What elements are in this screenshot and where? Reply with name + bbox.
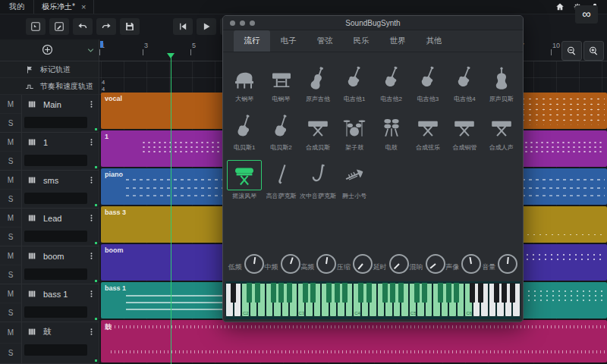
instrument-cell[interactable]: 电吉他3	[410, 63, 446, 103]
track-menu-icon[interactable]	[87, 137, 96, 147]
track-menu-icon[interactable]	[87, 175, 96, 185]
instrument-cell[interactable]: 大钢琴	[226, 63, 263, 103]
piano-key-black[interactable]	[358, 283, 363, 303]
knob-dial[interactable]	[316, 254, 336, 274]
instrument-cell[interactable]: 电吉他1	[336, 63, 373, 103]
knob-control[interactable]: 声像	[445, 254, 481, 274]
zoom-out-button[interactable]	[561, 41, 582, 61]
track-fader[interactable]	[24, 344, 87, 356]
menu-my[interactable]: 我的	[0, 0, 33, 14]
edit-button[interactable]	[49, 18, 69, 35]
piano-key-black[interactable]	[303, 283, 308, 303]
piano-key-black[interactable]	[247, 283, 252, 303]
piano-key-black[interactable]	[382, 283, 388, 303]
knob-control[interactable]: 混响	[410, 254, 445, 274]
instrument-cell[interactable]: 电钢琴	[263, 63, 299, 103]
solo-button[interactable]: S	[0, 152, 21, 170]
zoom-in-button[interactable]	[583, 41, 604, 61]
timeline-track-lane[interactable]: 鼓	[99, 320, 607, 364]
mute-button[interactable]: M	[0, 171, 21, 190]
knob-dial[interactable]	[389, 254, 409, 274]
mute-button[interactable]: M	[0, 284, 21, 303]
solo-button[interactable]: S	[0, 190, 21, 208]
track-fader[interactable]	[24, 155, 87, 166]
track-fader[interactable]	[24, 268, 87, 280]
synth-category-tab[interactable]: 世界	[379, 30, 416, 52]
loop-button[interactable]: ∞	[575, 5, 598, 24]
instrument-cell[interactable]: 电吉他4	[446, 63, 483, 103]
knob-control[interactable]: 低频	[228, 254, 264, 274]
synth-category-tab[interactable]: 管弦	[307, 30, 343, 52]
import-button[interactable]	[26, 18, 46, 35]
mute-button[interactable]: M	[0, 246, 21, 265]
synth-titlebar[interactable]: SoundBugSynth	[223, 16, 523, 30]
piano-key-black[interactable]	[271, 283, 276, 303]
track-fader[interactable]	[24, 117, 87, 128]
knob-control[interactable]: 音量	[482, 254, 517, 274]
piano-key-black[interactable]	[478, 283, 483, 303]
redo-button[interactable]	[96, 18, 116, 35]
piano-key-black[interactable]	[438, 283, 443, 303]
playhead[interactable]	[171, 53, 171, 364]
track-menu-icon[interactable]	[87, 251, 96, 261]
instrument-cell[interactable]: 高音萨克斯	[263, 160, 299, 200]
piano-key-black[interactable]	[390, 283, 395, 303]
tempo-track-row[interactable]: 节奏和速度轨道	[0, 78, 99, 95]
synth-category-tab[interactable]: 流行	[234, 30, 270, 52]
piano-key-black[interactable]	[310, 283, 316, 303]
piano-key-black[interactable]	[414, 283, 420, 303]
piano-key-black[interactable]	[342, 283, 348, 303]
piano-key-black[interactable]	[446, 283, 451, 303]
add-track-button[interactable]	[41, 43, 54, 56]
piano-key-black[interactable]	[366, 283, 372, 303]
track-fader[interactable]	[24, 193, 87, 204]
knob-dial[interactable]	[426, 254, 445, 274]
synth-category-tab[interactable]: 民乐	[343, 30, 379, 52]
piano-key-black[interactable]	[278, 283, 284, 303]
save-button[interactable]	[120, 18, 140, 35]
mute-button[interactable]: M	[0, 209, 21, 228]
piano-key-black[interactable]	[335, 283, 340, 303]
undo-button[interactable]	[73, 18, 93, 35]
synth-category-tab[interactable]: 电子	[270, 30, 307, 52]
track-menu-icon[interactable]	[87, 327, 96, 337]
knob-control[interactable]: 延时	[373, 254, 409, 274]
mute-button[interactable]: M	[0, 95, 21, 114]
knob-dial[interactable]	[498, 254, 517, 274]
play-button[interactable]	[197, 18, 216, 35]
piano-key-black[interactable]	[470, 283, 475, 303]
mute-button[interactable]: M	[0, 133, 21, 152]
instrument-cell[interactable]: 合成铜管	[446, 111, 483, 152]
instrument-cell[interactable]: 爵士小号	[336, 160, 373, 200]
instrument-cell[interactable]: 次中音萨克斯	[300, 160, 336, 200]
project-tab[interactable]: 极乐净土* ×	[33, 0, 94, 14]
instrument-cell[interactable]: 电吉他2	[373, 63, 410, 103]
instrument-cell[interactable]: 电鼓	[373, 111, 410, 152]
track-fader[interactable]	[24, 306, 87, 318]
knob-control[interactable]: 高频	[300, 254, 336, 274]
midi-clip[interactable]: 鼓	[101, 320, 607, 362]
knob-dial[interactable]	[244, 254, 264, 274]
track-menu-icon[interactable]	[87, 99, 96, 109]
instrument-cell[interactable]: 原声吉他	[300, 63, 336, 103]
loop-marker[interactable]	[100, 41, 103, 48]
track-menu-icon[interactable]	[87, 213, 96, 223]
knob-dial[interactable]	[281, 254, 300, 274]
solo-button[interactable]: S	[0, 265, 21, 284]
instrument-cell[interactable]: 合成弦乐	[410, 111, 446, 152]
track-menu-icon[interactable]	[87, 289, 96, 299]
solo-button[interactable]: S	[0, 344, 21, 364]
synth-category-tab[interactable]: 其他	[416, 30, 452, 52]
mute-button[interactable]: M	[0, 322, 21, 344]
piano-key-black[interactable]	[494, 283, 499, 303]
solo-button[interactable]: S	[0, 303, 21, 322]
solo-button[interactable]: S	[0, 228, 21, 246]
piano-key-black[interactable]	[398, 283, 404, 303]
piano-key-black[interactable]	[231, 283, 236, 303]
piano-key-black[interactable]	[287, 283, 292, 303]
piano-key-black[interactable]	[422, 283, 427, 303]
track-fader[interactable]	[24, 231, 87, 242]
instrument-cell[interactable]: 电贝斯1	[226, 111, 263, 152]
knob-dial[interactable]	[461, 254, 481, 274]
marker-track-row[interactable]: 标记轨道	[0, 61, 99, 78]
